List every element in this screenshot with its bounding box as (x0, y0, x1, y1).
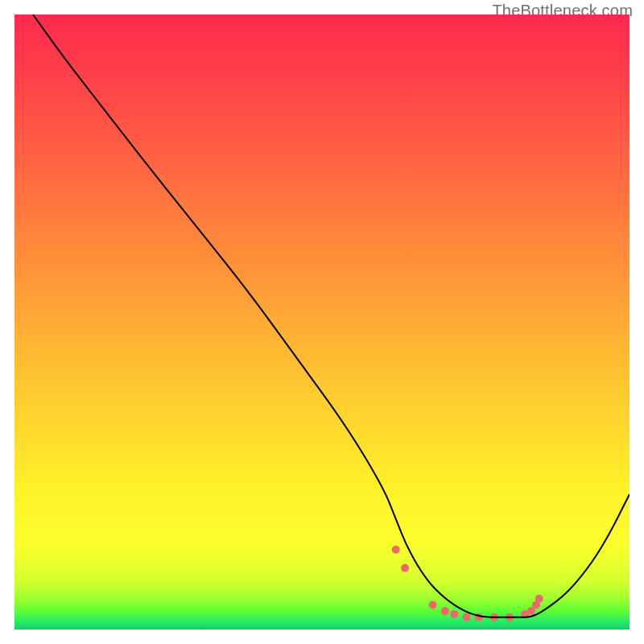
trough-marker (392, 546, 400, 554)
chart-container: TheBottleneck.com (0, 0, 644, 644)
trough-marker (463, 613, 471, 621)
curve-svg (14, 14, 630, 630)
trough-marker (429, 601, 437, 609)
trough-marker (401, 564, 409, 572)
trough-markers-group (392, 546, 543, 621)
trough-marker (450, 610, 458, 618)
trough-marker (441, 607, 449, 615)
plot-area (14, 14, 630, 630)
trough-marker (535, 595, 543, 603)
bottleneck-curve (33, 14, 630, 617)
